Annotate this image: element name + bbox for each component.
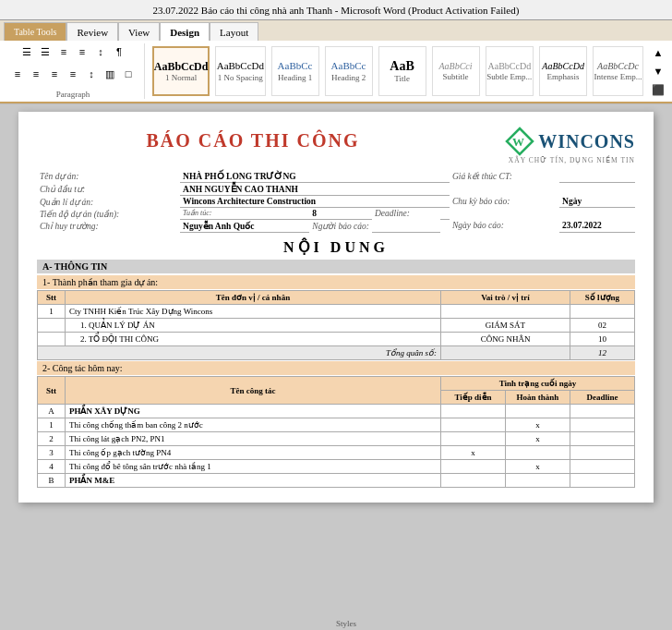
r3-stt: 3 (38, 446, 66, 460)
table-row: B PHẦN M&E (38, 474, 635, 488)
ngay-bc-value: 23.07.2022 (559, 220, 635, 233)
chi-huy-value: Nguyễn Anh Quốc (180, 220, 309, 233)
r5-ht (506, 474, 570, 488)
paragraph-controls: ☰ ☰ ≡ ≡ ↕ ¶ (18, 43, 127, 60)
indent-decrease-btn[interactable]: ☰ (18, 43, 35, 60)
th-role1: Vai trò / vị trí (441, 291, 570, 305)
table-row: A PHẦN XÂY DỰNG (38, 405, 635, 418)
paragraph-group: ☰ ☰ ≡ ≡ ↕ ¶ ≡ ≡ ≡ ≡ ↕ ▥ □ Paragraph (6, 43, 145, 99)
row3-name: 2. TỔ ĐỘI THI CÔNG (66, 333, 441, 346)
align-justify-btn[interactable]: ≡ (65, 66, 81, 82)
styles-expand[interactable]: ⬛ (650, 81, 666, 98)
chu-dau-tu-label: Chủ đầu tư: (37, 183, 180, 196)
gia-ket-thuc-value (559, 170, 635, 183)
r0-stt: A (38, 405, 66, 418)
tuan-tuc-label: Tuần túc: (180, 208, 309, 220)
deadline-value (440, 208, 450, 220)
style-heading1[interactable]: AaBbCc Heading 1 (271, 46, 319, 96)
table-tools-tab[interactable]: Table Tools (4, 22, 66, 41)
table-row: 1. QUẢN LÝ DỰ ÁN GIÁM SÁT 02 (38, 319, 635, 333)
r5-dl (570, 474, 635, 488)
borders-btn[interactable]: □ (120, 66, 137, 82)
total-label: Tổng quân số: (38, 346, 441, 360)
page: BÁO CÁO THI CÔNG W WINCONS XÂY CHỮ TÍN, … (18, 112, 654, 503)
nguoi-bc-label: Người báo cáo: (309, 220, 372, 233)
sort-btn[interactable]: ↕ (92, 43, 109, 60)
section-2: 2- Công tác hôm nay: (37, 361, 635, 375)
list-btn[interactable]: ≡ (55, 43, 72, 60)
style-subtle[interactable]: AaBbCcDd Subtle Emp... (486, 46, 534, 96)
style-title[interactable]: AaB Title (378, 46, 426, 96)
ngay-bc-label: Ngày báo cáo: (450, 220, 559, 233)
styles-scroll-up[interactable]: ▲ (650, 44, 666, 61)
report-title-block: BÁO CÁO THI CÔNG (37, 127, 469, 164)
r2-td (441, 432, 506, 446)
tab-view[interactable]: View (118, 22, 160, 41)
table2-header-row1: Stt Tên công tác Tinh trạng cuối ngày (38, 377, 635, 391)
report-title: BÁO CÁO THI CÔNG (37, 130, 469, 151)
line-spacing-btn[interactable]: ↕ (83, 66, 100, 82)
style-normal[interactable]: AaBbCcDd 1 Normal (152, 46, 210, 96)
report-header: BÁO CÁO THI CÔNG W WINCONS XÂY CHỮ TÍN, … (37, 127, 635, 164)
deadline-label: Deadline: (372, 208, 440, 220)
table-row: 2. TỔ ĐỘI THI CÔNG CÔNG NHÂN 10 (38, 333, 635, 346)
shading-btn[interactable]: ▥ (102, 66, 118, 82)
numbering-btn[interactable]: ≡ (74, 43, 90, 60)
quan-li-value: Wincons Architecture Construction (180, 196, 450, 208)
r2-stt: 2 (38, 432, 66, 446)
r4-stt: 4 (38, 460, 66, 474)
row2-qty: 02 (570, 319, 635, 333)
style-subtitle[interactable]: AaBbCci Subtitle (432, 46, 480, 96)
chu-ky-label: Chu kỳ báo cáo: (450, 196, 559, 208)
style-intense[interactable]: AaBbCcDc Intense Emp... (593, 46, 643, 96)
r4-dl (570, 460, 635, 474)
table-row: 3 Thi công ốp gạch tường PN4 x (38, 446, 635, 460)
gia-ket-thuc-label: Giá kết thúc CT: (450, 170, 559, 183)
nguoi-bc-value (372, 220, 440, 233)
th-name1: Tên đơn vị / cá nhân (66, 291, 441, 305)
r3-name: Thi công ốp gạch tường PN4 (66, 446, 441, 460)
r1-ht: x (506, 418, 570, 432)
total-row: Tổng quân số: 12 (38, 346, 635, 360)
noi-dung-title: NỘI DUNG (37, 238, 635, 256)
row2-stt (38, 319, 66, 333)
title-text: 23.07.2022 Báo cáo thi công nhà anh Than… (153, 5, 520, 16)
style-no-spacing[interactable]: AaBbCcDd 1 No Spacing (215, 46, 265, 96)
logo-block: W WINCONS XÂY CHỮ TÍN, DỤNG NIỀM TIN (469, 127, 635, 164)
r1-name: Thi công chống thấm ban công 2 nước (66, 418, 441, 432)
table-row: 4 Thi công đổ bê tông sân trước nhà tầng… (38, 460, 635, 474)
indent-increase-btn[interactable]: ☰ (37, 43, 54, 60)
r2-ht: x (506, 432, 570, 446)
show-marks-btn[interactable]: ¶ (111, 43, 127, 60)
row3-role: CÔNG NHÂN (441, 333, 570, 346)
table-row: 1 Thi công chống thấm ban công 2 nước x (38, 418, 635, 432)
svg-text:W: W (512, 135, 524, 149)
r0-td (441, 405, 506, 418)
table-row: 2 Thi công lát gạch PN2, PN1 x (38, 432, 635, 446)
quan-li-label: Quản lí dự án: (37, 196, 180, 208)
align-center-btn[interactable]: ≡ (28, 66, 44, 82)
tab-layout[interactable]: Layout (210, 22, 258, 41)
align-left-btn[interactable]: ≡ (9, 66, 26, 82)
ten-du-an-label: Tên dự án: (37, 170, 180, 183)
style-emphasis[interactable]: AaBbCcDd Emphasis (539, 46, 587, 96)
th2-deadline: Deadline (570, 391, 635, 405)
r5-td (441, 474, 506, 488)
align-right-btn[interactable]: ≡ (46, 66, 63, 82)
r3-dl (570, 446, 635, 460)
row3-stt (38, 333, 66, 346)
total-value: 12 (570, 346, 635, 360)
ribbon: Table Tools Review View Design Layout ☰ … (0, 20, 672, 104)
row1-name: Cty TNHH Kiến Trúc Xây Dựng Wincons (66, 305, 441, 319)
r2-dl (570, 432, 635, 446)
row3-qty: 10 (570, 333, 635, 346)
r5-name: PHẦN M&E (66, 474, 441, 488)
tab-review[interactable]: Review (66, 22, 118, 41)
style-heading2[interactable]: AaBbCc Heading 2 (325, 46, 373, 96)
styles-scroll-down[interactable]: ▼ (650, 63, 666, 79)
tab-design[interactable]: Design (160, 22, 210, 41)
row1-qty (570, 305, 635, 319)
r5-stt: B (38, 474, 66, 488)
table-participants: Stt Tên đơn vị / cá nhân Vai trò / vị tr… (37, 290, 635, 360)
r0-ht (506, 405, 570, 418)
